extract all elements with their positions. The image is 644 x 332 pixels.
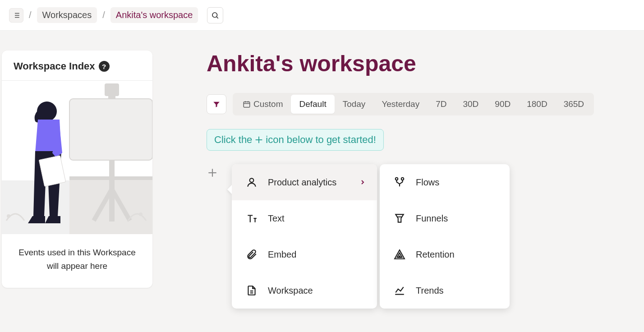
breadcrumb-current[interactable]: Ankita's workspace xyxy=(110,7,198,23)
workspace-index-header: Workspace Index ? xyxy=(2,51,152,81)
submenu-item-label: Trends xyxy=(416,286,444,296)
menu-pointer xyxy=(227,185,232,194)
menu-item-label: Embed xyxy=(268,249,296,260)
date-range-default[interactable]: Default xyxy=(291,95,334,114)
search-icon xyxy=(211,11,219,19)
calendar-icon xyxy=(243,100,251,108)
menu-item-workspace[interactable]: Workspace xyxy=(232,272,377,309)
date-range-custom-label: Custom xyxy=(253,99,283,109)
svg-point-17 xyxy=(139,212,143,216)
menu-item-embed[interactable]: Embed xyxy=(232,236,377,272)
funnel-icon xyxy=(393,212,406,225)
person-icon xyxy=(245,176,258,189)
filter-button[interactable] xyxy=(207,94,226,114)
topbar: / Workspaces / Ankita's workspace xyxy=(0,0,644,31)
menu-item-label: Text xyxy=(268,213,285,224)
menu-item-text[interactable]: Text xyxy=(232,200,377,236)
submenu-item-label: Funnels xyxy=(416,213,448,224)
breadcrumb-workspaces[interactable]: Workspaces xyxy=(37,7,97,23)
date-range-today[interactable]: Today xyxy=(335,95,374,114)
submenu-item-trends[interactable]: Trends xyxy=(380,272,510,309)
filter-icon xyxy=(212,100,221,108)
date-range-90d[interactable]: 90D xyxy=(487,95,519,114)
trends-icon xyxy=(393,284,406,297)
submenu-item-label: Retention xyxy=(416,249,455,260)
retention-icon xyxy=(393,248,406,261)
date-range-custom[interactable]: Custom xyxy=(235,95,291,114)
breadcrumb-separator: / xyxy=(102,10,105,20)
menu-item-product-analytics[interactable]: Product analytics xyxy=(232,164,377,200)
menu-item-label: Workspace xyxy=(268,286,313,296)
workspace-title: Ankita's workspace xyxy=(207,51,644,77)
empty-text-line1: Events used in this Workspace xyxy=(11,246,143,259)
empty-state-illustration xyxy=(2,81,152,234)
workspace-index-empty-text: Events used in this Workspace will appea… xyxy=(2,234,152,288)
plus-icon xyxy=(254,135,264,145)
date-range-picker: Custom Default Today Yesterday 7D 30D 90… xyxy=(233,93,594,115)
menu-item-label: Product analytics xyxy=(268,177,336,188)
date-range-7d[interactable]: 7D xyxy=(428,95,455,114)
add-block-button[interactable] xyxy=(207,167,218,179)
svg-rect-20 xyxy=(244,102,250,107)
main-content: Ankita's workspace Custom Default Today … xyxy=(152,31,644,309)
plus-icon xyxy=(207,167,218,179)
submenu-item-funnels[interactable]: Funnels xyxy=(380,200,510,236)
empty-text-line2: will appear here xyxy=(11,259,143,273)
text-icon xyxy=(245,212,258,225)
add-block-menu: Product analytics Text xyxy=(232,164,377,309)
breadcrumb-separator: / xyxy=(29,10,32,20)
submenu-item-flows[interactable]: Flows xyxy=(380,164,510,200)
hint-prefix: Click the xyxy=(214,134,252,146)
workspace-index-title: Workspace Index xyxy=(14,60,95,72)
date-range-180d[interactable]: 180D xyxy=(519,95,555,114)
date-range-365d[interactable]: 365D xyxy=(556,95,592,114)
svg-point-31 xyxy=(396,178,398,180)
svg-point-16 xyxy=(7,214,10,218)
help-icon[interactable]: ? xyxy=(99,61,110,72)
get-started-hint: Click the icon below to get started! xyxy=(207,129,384,151)
workspace-index-card: Workspace Index ? xyxy=(2,51,152,288)
chevron-right-icon xyxy=(359,179,366,186)
document-icon xyxy=(245,284,258,297)
hint-suffix: icon below to get started! xyxy=(266,134,376,146)
sidebar: Workspace Index ? xyxy=(2,51,152,309)
svg-point-6 xyxy=(212,13,217,18)
svg-point-32 xyxy=(401,178,404,180)
submenu-item-label: Flows xyxy=(416,177,439,188)
product-analytics-submenu: Flows Funnels Retention xyxy=(380,164,510,309)
svg-rect-11 xyxy=(105,83,119,96)
svg-point-28 xyxy=(250,178,254,182)
svg-line-7 xyxy=(217,17,218,18)
submenu-item-retention[interactable]: Retention xyxy=(380,236,510,272)
flows-icon xyxy=(393,176,406,189)
toolbar: Custom Default Today Yesterday 7D 30D 90… xyxy=(207,93,644,115)
svg-rect-15 xyxy=(69,99,152,160)
date-range-yesterday[interactable]: Yesterday xyxy=(373,95,428,114)
paperclip-icon xyxy=(245,248,258,261)
search-button[interactable] xyxy=(207,7,223,23)
date-range-30d[interactable]: 30D xyxy=(455,95,487,114)
nav-menu-button[interactable] xyxy=(9,8,23,23)
